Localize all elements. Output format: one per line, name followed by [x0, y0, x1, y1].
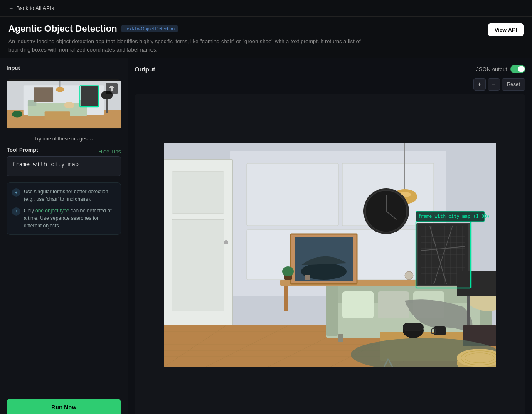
svg-rect-23	[172, 172, 224, 213]
run-now-button[interactable]: Run Now	[7, 399, 121, 414]
tool-prompt-section: Tool Prompt Hide Tips	[7, 147, 121, 177]
svg-rect-98	[403, 323, 424, 331]
hide-tips-link[interactable]: Hide Tips	[99, 148, 121, 155]
json-toggle-label: JSON output	[476, 66, 507, 72]
delete-icon: 🗑	[108, 85, 115, 92]
svg-text:frame with city map (1.00): frame with city map (1.00)	[418, 214, 490, 219]
try-images-row[interactable]: Try one of these images ⌄	[7, 136, 121, 142]
main-layout: Input	[0, 58, 532, 414]
tips-box: + Use singular terms for better detectio…	[7, 182, 121, 235]
right-panel: Output JSON output + − Reset	[128, 58, 532, 414]
svg-rect-80	[326, 286, 338, 336]
left-panel: Input	[0, 58, 128, 414]
tip2-text: Only one object type can be detected at …	[24, 207, 116, 229]
zoom-out-button[interactable]: −	[488, 78, 500, 91]
badge: Text-To-Object Detection	[121, 25, 178, 32]
svg-point-11	[56, 87, 64, 92]
svg-rect-85	[378, 291, 409, 318]
back-button[interactable]: ← Back to All APIs	[8, 5, 54, 11]
json-toggle-row: JSON output	[476, 65, 525, 73]
try-images-label: Try one of these images	[34, 136, 87, 142]
thumbnail-image	[7, 79, 121, 129]
input-section-label: Input	[7, 65, 121, 71]
svg-rect-6	[45, 111, 70, 120]
svg-point-71	[282, 266, 294, 276]
tip-2: ! Only one object type can be detected a…	[12, 207, 116, 229]
back-icon: ←	[8, 5, 14, 11]
delete-image-button[interactable]: 🗑	[106, 83, 118, 94]
view-api-button[interactable]: View API	[488, 23, 524, 36]
svg-point-22	[224, 240, 228, 244]
prompt-input[interactable]	[7, 156, 121, 176]
tool-prompt-label: Tool Prompt	[7, 147, 38, 153]
tip2-icon: !	[12, 207, 20, 216]
page-header: Agentic Object Detection Text-To-Object …	[0, 17, 532, 58]
output-header: Output JSON output	[135, 65, 525, 73]
svg-rect-102	[457, 271, 496, 296]
svg-rect-24	[172, 219, 224, 311]
output-controls: + − Reset	[135, 78, 525, 91]
svg-rect-7	[34, 87, 53, 102]
svg-point-73	[405, 271, 413, 280]
scene-image: frame with city map (1.00)	[164, 143, 496, 367]
zoom-in-button[interactable]: +	[473, 78, 486, 91]
tip1-text: Use singular terms for better detection …	[24, 188, 116, 203]
svg-rect-82	[338, 334, 343, 342]
svg-rect-18	[247, 163, 338, 226]
input-section: Input	[7, 65, 121, 74]
chevron-down-icon: ⌄	[89, 136, 94, 142]
svg-rect-72	[305, 275, 310, 280]
svg-rect-8	[81, 86, 98, 106]
back-label: Back to All APIs	[16, 5, 54, 11]
toggle-knob	[518, 66, 525, 72]
json-toggle-switch[interactable]	[510, 65, 525, 73]
svg-rect-45	[284, 286, 288, 310]
tip1-icon: +	[12, 188, 20, 197]
tip2-highlight: one object type	[35, 208, 69, 214]
page-title: Agentic Object Detection	[8, 23, 117, 34]
tip-1: + Use singular terms for better detectio…	[12, 188, 116, 203]
reset-button[interactable]: Reset	[502, 78, 525, 91]
image-preview-wrapper: 🗑	[7, 79, 121, 129]
svg-rect-99	[434, 326, 446, 335]
output-image-area: frame with city map (1.00)	[135, 94, 525, 414]
svg-rect-84	[342, 291, 374, 318]
description: An industry-leading object detection app…	[8, 37, 382, 54]
scene-container: frame with city map (1.00)	[164, 143, 496, 367]
svg-point-13	[64, 102, 74, 108]
svg-point-12	[12, 111, 22, 117]
output-section-label: Output	[135, 66, 155, 73]
top-nav: ← Back to All APIs	[0, 0, 532, 17]
